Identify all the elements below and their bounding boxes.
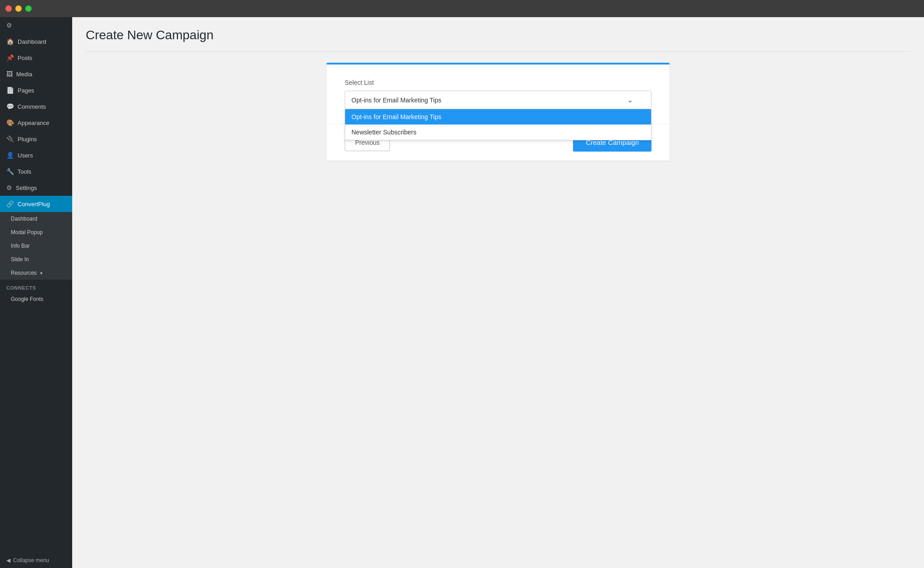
sidebar-submenu: Dashboard Modal Popup Info Bar Slide In … (0, 212, 72, 280)
dashboard-icon: 🏠 (6, 38, 14, 45)
sub-item-slidein[interactable]: Slide In (0, 253, 72, 266)
pages-icon: 📄 (6, 87, 14, 94)
dropdown-list: Opt-ins for Email Marketing Tips Newslet… (345, 109, 651, 140)
sub-item-dashboard[interactable]: Dashboard (0, 212, 72, 226)
sidebar-item-convertplug[interactable]: 🔗 ConvertPlug (0, 196, 72, 212)
sidebar-item-label: Pages (18, 87, 34, 94)
sidebar-item-label: Comments (18, 103, 46, 110)
sidebar-item-label: Posts (18, 55, 32, 61)
tools-icon: 🔧 (6, 168, 14, 175)
sidebar-item-appearance[interactable]: 🎨 Appearance (0, 115, 72, 131)
chevron-down-icon: ⌄ (627, 96, 633, 104)
sidebar-item-google-fonts[interactable]: Google Fonts (0, 292, 72, 306)
title-bar (0, 0, 924, 17)
collapse-icon: ◀ (6, 557, 10, 563)
sidebar-item-label: Settings (16, 185, 37, 191)
users-icon: 👤 (6, 152, 14, 159)
select-list-wrapper: Opt-ins for Email Marketing Tips ⌄ Opt-i… (345, 91, 651, 109)
resources-label: Resources (11, 270, 37, 276)
select-list-display[interactable]: Opt-ins for Email Marketing Tips ⌄ (345, 91, 651, 109)
connects-section-label: Connects (0, 280, 72, 292)
sidebar-item-label: Media (16, 71, 32, 78)
collapse-menu-button[interactable]: ◀ Collapse menu (0, 553, 72, 568)
appearance-icon: 🎨 (6, 119, 14, 126)
sidebar-item-dashboard[interactable]: 🏠 Dashboard (0, 33, 72, 50)
close-button[interactable] (5, 5, 12, 12)
sidebar-item-label: Appearance (18, 120, 49, 126)
sidebar-item-pages[interactable]: 📄 Pages (0, 82, 72, 98)
sidebar-item-label: Tools (18, 168, 31, 175)
comments-icon: 💬 (6, 103, 14, 110)
sidebar-item-label: Users (18, 152, 33, 159)
sidebar-item-media[interactable]: 🖼 Media (0, 66, 72, 82)
divider (86, 51, 910, 52)
minimize-button[interactable] (15, 5, 22, 12)
media-icon: 🖼 (6, 70, 13, 78)
sidebar-item-plugins[interactable]: 🔌 Plugins (0, 131, 72, 147)
sidebar-item-users[interactable]: 👤 Users (0, 147, 72, 163)
campaign-card: Select List Opt-ins for Email Marketing … (327, 63, 670, 161)
card-body: Select List Opt-ins for Email Marketing … (327, 65, 670, 124)
select-list-value: Opt-ins for Email Marketing Tips (351, 97, 441, 104)
sidebar-item-label: ConvertPlug (18, 201, 50, 208)
sidebar-item-posts[interactable]: 📌 Posts (0, 50, 72, 66)
maximize-button[interactable] (25, 5, 32, 12)
sub-item-resources[interactable]: Resources ▾ (0, 266, 72, 280)
select-list-label: Select List (345, 79, 651, 86)
sidebar-item-comments[interactable]: 💬 Comments (0, 98, 72, 115)
content-area: Create New Campaign Select List Opt-ins … (72, 17, 924, 568)
dropdown-option-1[interactable]: Opt-ins for Email Marketing Tips (345, 109, 651, 125)
convertplug-icon: 🔗 (6, 200, 14, 208)
sidebar-item-tools[interactable]: 🔧 Tools (0, 163, 72, 180)
chevron-down-icon: ▾ (40, 271, 42, 276)
collapse-label: Collapse menu (13, 557, 49, 563)
posts-icon: 📌 (6, 54, 14, 61)
settings-icon: ⚙ (6, 184, 12, 191)
sidebar-item-settings[interactable]: ⚙ Settings (0, 180, 72, 196)
sidebar: ⚙ 🏠 Dashboard 📌 Posts 🖼 Media 📄 Pages 💬 … (0, 17, 72, 568)
wp-icon: ⚙ (6, 22, 12, 29)
page-title: Create New Campaign (86, 28, 910, 42)
dropdown-option-2[interactable]: Newsletter Subscribers (345, 125, 651, 140)
plugins-icon: 🔌 (6, 135, 14, 143)
sub-item-modal[interactable]: Modal Popup (0, 226, 72, 239)
main-content: Create New Campaign Select List Opt-ins … (72, 17, 924, 568)
sub-item-infobar[interactable]: Info Bar (0, 239, 72, 253)
wp-logo-item[interactable]: ⚙ (0, 17, 72, 33)
sidebar-item-label: Plugins (18, 136, 37, 143)
sidebar-item-label: Dashboard (18, 38, 46, 45)
